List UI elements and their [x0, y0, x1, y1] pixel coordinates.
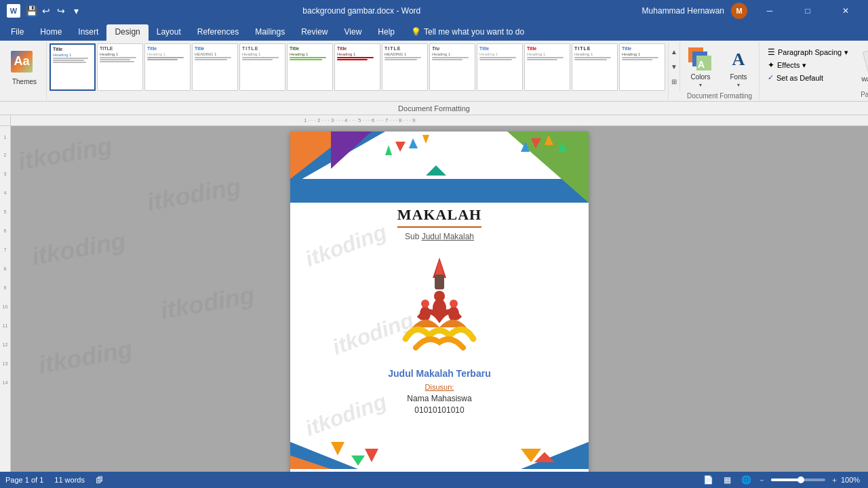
bg-wm-4: itkoding [158, 281, 256, 325]
theme-thumb-lines-1 [53, 58, 92, 63]
word-page[interactable]: itkoding itkoding itkoding [290, 131, 589, 472]
t9-lines [432, 57, 473, 60]
theme-thumb-6[interactable]: Title Heading 1 [287, 43, 333, 91]
tab-home[interactable]: Home [32, 24, 70, 41]
word-count: 11 words [54, 476, 85, 484]
t7-heading: Heading 1 [337, 52, 378, 56]
web-layout-button[interactable]: 🌐 [739, 474, 753, 486]
ruler-mark-10: 10 [3, 297, 8, 316]
watermark-icon: DRAFT [864, 47, 868, 75]
theme-thumb-1[interactable]: Title Heading 1 [50, 43, 96, 91]
logo-svg [395, 254, 484, 356]
doc-nim: 01010101010 [317, 405, 561, 415]
theme-thumb-5[interactable]: TITLE Heading 1 [239, 43, 285, 91]
scroll-expand-arrow[interactable]: ⊞ [669, 75, 679, 88]
zoom-out-button[interactable]: － [758, 475, 766, 485]
t11-title: Title [527, 46, 568, 51]
effects-arrow: ▾ [802, 61, 806, 70]
status-right: 📄 ▦ 🌐 － ＋ 100% [701, 474, 863, 486]
fonts-arrow: ▾ [737, 82, 740, 88]
tab-mailings[interactable]: Mailings [247, 24, 293, 41]
bottom-deco-svg [290, 428, 589, 469]
tab-review[interactable]: Review [293, 24, 336, 41]
themes-button[interactable]: Aa Themes [5, 43, 43, 92]
paragraph-spacing-button[interactable]: ☰ Paragraph Spacing ▾ [764, 46, 852, 58]
fonts-button[interactable]: A Fonts ▾ [721, 46, 756, 89]
read-mode-button[interactable]: 📄 [701, 474, 715, 486]
theme-thumb-12[interactable]: TITLE Heading 1 [572, 43, 618, 91]
zoom-percent[interactable]: 100% [841, 476, 863, 484]
ruler-mark-8: 8 [4, 259, 7, 278]
tab-tell-me[interactable]: 💡 Tell me what you want to do [403, 24, 532, 41]
ruler-mark-5: 5 [4, 202, 7, 221]
t8-lines [384, 57, 425, 60]
fonts-label: Fonts [730, 73, 747, 81]
scroll-up-arrow[interactable]: ▲ [669, 45, 679, 58]
page-deco-top [290, 131, 589, 203]
title-bar: W 💾 ↩ ↪ ▾ background gambar.docx - Word … [0, 0, 868, 22]
maximize-button[interactable]: □ [792, 0, 823, 22]
tab-design[interactable]: Design [106, 24, 148, 41]
t3-lines [147, 57, 188, 60]
undo-icon[interactable]: ↩ [41, 5, 52, 16]
colors-button[interactable]: A Colors ▾ [683, 46, 718, 89]
zoom-in-button[interactable]: ＋ [831, 475, 838, 485]
set-as-default-button[interactable]: ✓ Set as Default [764, 72, 852, 83]
themes-group: Aa Themes [3, 42, 47, 100]
minimize-button[interactable]: ─ [754, 0, 785, 22]
theme-thumb-8[interactable]: TITLE HEADING 1 [382, 43, 428, 91]
t13-lines [622, 57, 663, 60]
effects-label: Effects [777, 61, 800, 69]
subtitle-judul: Judul [422, 232, 441, 241]
zoom-slider-thumb [797, 476, 804, 483]
theme-thumb-9[interactable]: Tru Heading 1 [429, 43, 475, 91]
svg-point-24 [434, 291, 445, 302]
print-layout-button[interactable]: ▦ [720, 474, 734, 486]
t5-lines [242, 57, 283, 60]
t6-title: Title [290, 46, 330, 51]
doc-name: Nama Mahasiswa [317, 394, 561, 403]
save-icon[interactable]: 💾 [26, 5, 37, 16]
theme-thumb-2[interactable]: TITLE Heading 1 [97, 43, 143, 91]
theme-thumb-13[interactable]: Title Heading 1 [619, 43, 665, 91]
doc-format-content: A Colors ▾ A Fonts ▾ [683, 43, 756, 92]
gallery-scroll [50, 91, 665, 98]
scroll-down-arrow[interactable]: ▼ [669, 60, 679, 73]
tab-insert[interactable]: Insert [70, 24, 106, 41]
svg-marker-10 [409, 138, 418, 148]
theme-thumb-4[interactable]: Title HEADING 1 [192, 43, 238, 91]
status-left: Page 1 of 1 11 words 🗐 [5, 476, 103, 484]
ruler-mark-13: 13 [3, 354, 8, 373]
ruler-mark-9: 9 [4, 278, 7, 297]
tab-view[interactable]: View [336, 24, 370, 41]
t10-heading: Heading 1 [479, 52, 520, 56]
page-info: Page 1 of 1 [5, 476, 43, 484]
language-icon[interactable]: 🗐 [96, 476, 103, 484]
watermark-button[interactable]: DRAFT Watermark [861, 46, 868, 84]
tab-file[interactable]: File [3, 24, 32, 41]
gallery-arrows: ▲ ▼ ⊞ [669, 42, 680, 91]
tab-layout[interactable]: Layout [149, 24, 189, 41]
theme-thumb-3[interactable]: Title Heading 1 [144, 43, 191, 91]
svg-marker-11 [385, 145, 392, 155]
t7-title: Title [337, 46, 378, 51]
zoom-slider[interactable] [771, 479, 825, 481]
ruler-container: 1 · · · 2 · · · 3 · · · 4 · · · 5 · · · … [0, 115, 868, 126]
ruler-corner [0, 115, 11, 126]
t4-lines [195, 57, 235, 60]
bg-wm-3: itkoding [29, 226, 127, 271]
tab-help[interactable]: Help [370, 24, 403, 41]
customize-icon[interactable]: ▾ [71, 5, 81, 16]
close-button[interactable]: ✕ [830, 0, 861, 22]
t3-heading: Heading 1 [147, 52, 188, 56]
theme-thumb-10[interactable]: Title Heading 1 [477, 43, 523, 91]
page-container[interactable]: itkoding itkoding itkoding itkoding itko… [11, 126, 868, 472]
theme-thumb-7[interactable]: Title Heading 1 [334, 43, 380, 91]
redo-icon[interactable]: ↪ [56, 5, 66, 16]
svg-text:A: A [698, 59, 705, 70]
theme-thumb-11[interactable]: Title Heading 1 [524, 43, 570, 91]
effects-button[interactable]: ✦ Effects ▾ [764, 59, 852, 71]
t11-lines [527, 57, 568, 60]
tab-references[interactable]: References [189, 24, 247, 41]
right-options-group: ☰ Paragraph Spacing ▾ ✦ Effects ▾ ✓ Set … [760, 42, 856, 100]
